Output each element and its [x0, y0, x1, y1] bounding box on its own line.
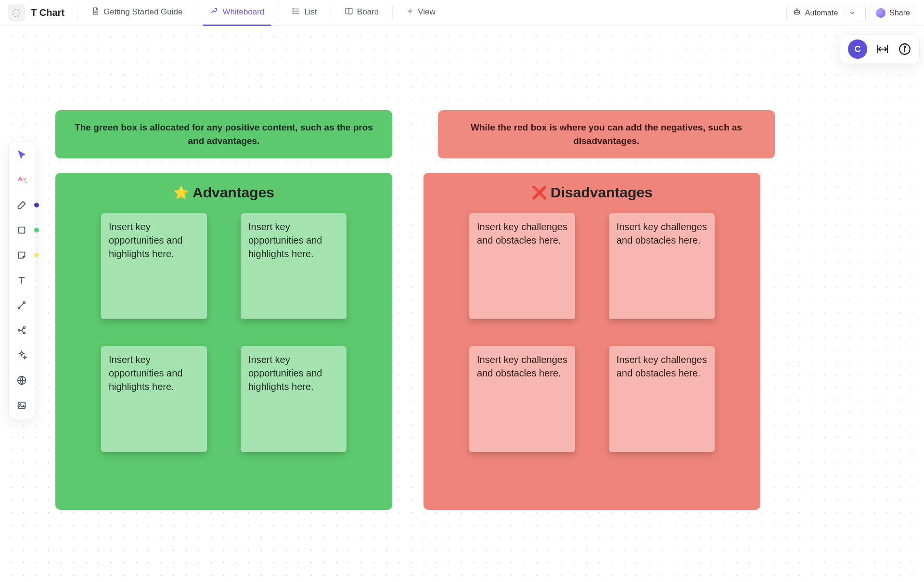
tab-label: Getting Started Guide: [103, 7, 182, 17]
add-view-label: View: [418, 7, 436, 17]
svg-point-0: [13, 9, 20, 16]
info-icon: [898, 43, 911, 55]
canvas[interactable]: C +: [0, 26, 924, 582]
advantages-title: ⭐ Advantages: [73, 184, 375, 201]
info-card-green[interactable]: The green box is allocated for any posit…: [55, 110, 392, 158]
automate-label: Automate: [805, 9, 838, 17]
fit-width-icon: [876, 44, 889, 54]
tab-getting-started[interactable]: Getting Started Guide: [84, 0, 189, 26]
divider: [278, 6, 278, 20]
svg-point-15: [796, 8, 797, 9]
advantages-notes: Insert key opportunities and highlights …: [73, 213, 375, 452]
info-card-red[interactable]: While the red box is where you can add t…: [438, 110, 775, 158]
disadvantages-title: ❌ Disadvantages: [441, 184, 743, 201]
list-icon: [292, 7, 300, 18]
divider: [392, 6, 393, 20]
tab-list[interactable]: List: [285, 0, 323, 26]
tool-image[interactable]: [13, 397, 30, 414]
divider: [77, 6, 77, 20]
svg-text:+: +: [25, 180, 27, 185]
divider: [331, 6, 331, 20]
ai-icon: +: [16, 174, 27, 186]
left-toolbar: +: [9, 142, 35, 419]
chevron-down-icon: [849, 10, 856, 16]
tab-label: Whiteboard: [222, 7, 264, 17]
star-icon: ⭐: [173, 185, 189, 200]
sticky-note[interactable]: Insert key challenges and obstacles here…: [469, 346, 575, 452]
svg-point-13: [797, 12, 798, 13]
sparkles-icon: [16, 350, 27, 361]
svg-point-12: [796, 12, 796, 13]
tool-ai[interactable]: +: [13, 171, 30, 189]
add-view-button[interactable]: View: [399, 0, 442, 26]
board-icon: [345, 7, 353, 18]
advantages-panel[interactable]: ⭐ Advantages Insert key opportunities an…: [55, 173, 392, 510]
svg-point-6: [293, 13, 294, 13]
tab-label: Board: [357, 7, 379, 17]
cross-icon: ❌: [531, 185, 547, 200]
tool-pen[interactable]: [13, 196, 30, 214]
tool-mindmap[interactable]: [13, 322, 30, 339]
shape-icon: [16, 225, 27, 235]
sticky-note[interactable]: Insert key challenges and obstacles here…: [609, 213, 715, 319]
share-avatar-icon: [876, 8, 886, 18]
text-icon: [16, 275, 27, 285]
tool-text[interactable]: [13, 272, 30, 289]
disadvantages-notes: Insert key challenges and obstacles here…: [441, 213, 743, 452]
connector-icon: [16, 300, 27, 310]
user-avatar[interactable]: C: [848, 39, 867, 59]
info-card-text: The green box is allocated for any posit…: [69, 121, 379, 147]
sticky-icon: [16, 250, 27, 260]
tool-select[interactable]: [13, 146, 30, 164]
fit-width-button[interactable]: [876, 42, 889, 56]
canvas-top-right-controls: C: [840, 35, 919, 64]
sticky-color-indicator: [34, 253, 39, 258]
image-icon: [16, 400, 27, 411]
tool-shape[interactable]: [13, 221, 30, 239]
doc-icon: [91, 7, 100, 18]
automate-dropdown[interactable]: [845, 10, 860, 16]
tool-embed[interactable]: [13, 372, 30, 389]
shape-color-indicator: [34, 228, 39, 233]
page-title: T Chart: [31, 7, 64, 18]
svg-point-21: [904, 46, 906, 48]
automate-button[interactable]: Automate: [786, 4, 866, 22]
mindmap-icon: [16, 325, 27, 336]
tool-templates[interactable]: [13, 347, 30, 364]
info-card-text: While the red box is where you can add t…: [451, 121, 761, 147]
sticky-note[interactable]: Insert key opportunities and highlights …: [241, 346, 346, 452]
sticky-note[interactable]: Insert key challenges and obstacles here…: [609, 346, 715, 452]
svg-rect-32: [18, 402, 26, 409]
disadvantages-title-text: Disadvantages: [551, 184, 653, 201]
sticky-note[interactable]: Insert key opportunities and highlights …: [101, 346, 207, 452]
tool-connector[interactable]: [13, 297, 30, 314]
tab-whiteboard[interactable]: Whiteboard: [203, 0, 271, 26]
globe-icon: [16, 375, 27, 386]
advantages-title-text: Advantages: [192, 184, 274, 201]
svg-point-4: [293, 8, 294, 9]
pen-icon: [16, 200, 27, 210]
sticky-note[interactable]: Insert key challenges and obstacles here…: [469, 213, 575, 319]
whiteboard-icon: [210, 7, 218, 18]
plus-icon: [406, 7, 414, 17]
whiteboard-board: The green box is allocated for any posit…: [0, 26, 924, 582]
tool-sticky[interactable]: [13, 246, 30, 264]
info-button[interactable]: [898, 42, 911, 56]
share-button[interactable]: Share: [870, 4, 916, 22]
robot-icon: [793, 8, 801, 18]
pen-color-indicator: [34, 203, 39, 207]
app-icon: [8, 4, 25, 22]
svg-point-5: [293, 11, 294, 12]
svg-rect-23: [19, 227, 25, 233]
disadvantages-panel[interactable]: ❌ Disadvantages Insert key challenges an…: [424, 173, 760, 510]
cursor-icon: [16, 150, 27, 160]
sticky-note[interactable]: Insert key opportunities and highlights …: [241, 213, 346, 319]
share-label: Share: [889, 9, 910, 17]
tab-board[interactable]: Board: [338, 0, 385, 26]
divider: [196, 6, 196, 20]
tab-label: List: [304, 7, 317, 17]
top-bar: T Chart Getting Started Guide Whiteboard…: [0, 0, 924, 26]
sticky-note[interactable]: Insert key opportunities and highlights …: [101, 213, 207, 319]
